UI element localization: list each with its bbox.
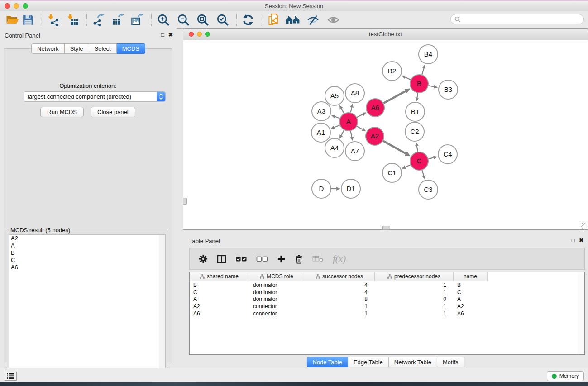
network-view-window: testGlobe.txt AA1A2A3A4A5A6A7A8BB1B2B3B4…: [183, 28, 588, 230]
import-table-button[interactable]: [65, 13, 81, 27]
network-graph[interactable]: AA1A2A3A4A5A6A7A8BB1B2B3B4CC1C2C3C4DD1: [183, 40, 588, 229]
export-network-button[interactable]: [90, 13, 106, 27]
criterion-dropdown[interactable]: largest connected component (directed): [24, 91, 166, 102]
zoom-out-icon: [177, 14, 190, 26]
tab-edge-table[interactable]: Edge Table: [348, 357, 389, 367]
float-table-panel-icon[interactable]: □: [572, 237, 575, 243]
table-row[interactable]: A2connector11A2: [190, 303, 584, 310]
edge-A-A2[interactable]: [357, 126, 362, 129]
edge-C-C2[interactable]: [417, 146, 418, 152]
deselect-all-rows-button[interactable]: [256, 255, 268, 262]
table-row[interactable]: Adominator80A: [190, 296, 584, 303]
first-neighbors-button[interactable]: [285, 13, 301, 27]
close-panel-button[interactable]: Close panel: [91, 107, 135, 117]
edge-B-B1[interactable]: [417, 93, 418, 98]
edge-B-B3[interactable]: [429, 86, 434, 86]
edge-A-A7[interactable]: [350, 131, 352, 137]
export-image-button[interactable]: [129, 13, 145, 27]
mcds-result-item[interactable]: A6: [9, 264, 165, 271]
titlebar: Session: New Session: [0, 1, 588, 12]
column-header-name[interactable]: name: [454, 272, 488, 281]
close-panel-icon[interactable]: ✖: [168, 32, 173, 38]
network-canvas[interactable]: AA1A2A3A4A5A6A7A8BB1B2B3B4CC1C2C3C4DD1: [183, 40, 588, 229]
result-scrollbar[interactable]: [159, 235, 165, 375]
zoom-selected-button[interactable]: [215, 13, 231, 27]
edge-C-C3[interactable]: [422, 170, 424, 176]
table-toolbar: f(x): [189, 248, 585, 270]
mcds-result-item[interactable]: A2: [9, 235, 165, 242]
eye-slash-icon: [307, 14, 319, 26]
hide-selected-button[interactable]: [305, 13, 321, 27]
tab-network[interactable]: Network: [31, 43, 65, 54]
edge-A-A5[interactable]: [341, 109, 344, 113]
edge-A-A1[interactable]: [335, 125, 340, 128]
column-header-predecessor-nodes[interactable]: predecessor nodes: [375, 272, 454, 281]
show-hidden-button[interactable]: [325, 13, 341, 27]
tab-node-table[interactable]: Node Table: [306, 357, 348, 367]
function-builder-button[interactable]: f(x): [333, 253, 346, 265]
node-table[interactable]: shared nameMCDS rolesuccessor nodesprede…: [189, 272, 585, 355]
window-resize-grip[interactable]: [581, 223, 587, 229]
search-input[interactable]: [462, 16, 580, 23]
window-edge-grip[interactable]: [382, 226, 390, 230]
table-cell: 1: [375, 282, 454, 288]
tab-motifs[interactable]: Motifs: [437, 357, 464, 367]
tab-mcds[interactable]: MCDS: [117, 43, 145, 54]
mcds-result-list[interactable]: A2ABCA6: [9, 234, 166, 375]
mcds-result-item[interactable]: C: [9, 257, 165, 264]
mcds-result-item[interactable]: B: [9, 249, 165, 257]
edge-A6-B[interactable]: [383, 91, 406, 103]
close-table-panel-icon[interactable]: ✖: [579, 237, 583, 243]
window-edge-grip[interactable]: [183, 198, 187, 205]
open-session-button[interactable]: [5, 13, 21, 27]
edge-A-A6[interactable]: [357, 114, 363, 117]
import-network-button[interactable]: [45, 13, 62, 27]
edge-C-C4[interactable]: [428, 157, 433, 159]
new-network-from-selection-button[interactable]: [265, 13, 282, 27]
table-columns-button[interactable]: [217, 254, 226, 264]
tab-network-table[interactable]: Network Table: [389, 357, 437, 367]
zoom-fit-button[interactable]: [195, 13, 211, 27]
save-session-button[interactable]: [20, 13, 36, 27]
table-panel: Table Panel □ ✖: [183, 234, 588, 368]
float-panel-icon[interactable]: □: [161, 32, 164, 38]
table-delete-icon: [312, 255, 324, 262]
mcds-result-item[interactable]: A: [9, 242, 165, 249]
edge-A-A3[interactable]: [335, 116, 340, 118]
table-row[interactable]: Cdominator41C: [190, 289, 584, 296]
task-history-button[interactable]: [5, 372, 17, 381]
node-label-B4: B4: [424, 50, 432, 58]
table-cell: 1: [375, 310, 454, 317]
edge-B-B4[interactable]: [422, 68, 424, 75]
zoom-out-button[interactable]: [175, 13, 191, 27]
table-scrollbar[interactable]: [578, 272, 584, 354]
delete-table-button[interactable]: [312, 255, 324, 262]
delete-column-button[interactable]: [295, 254, 303, 264]
table-row[interactable]: Bdominator41B: [190, 281, 584, 289]
status-bar: Memory: [0, 368, 588, 383]
edge-C-C1[interactable]: [405, 165, 410, 167]
columns-icon: [217, 254, 226, 264]
refresh-view-button[interactable]: [240, 13, 256, 27]
edge-A-A4[interactable]: [341, 130, 344, 135]
tab-select[interactable]: Select: [89, 43, 117, 54]
network-window-titlebar[interactable]: testGlobe.txt: [183, 29, 588, 41]
edge-A-A8[interactable]: [351, 107, 352, 112]
edge-B-B2[interactable]: [405, 77, 411, 80]
zoom-in-button[interactable]: [155, 13, 172, 27]
node-label-B1: B1: [411, 108, 419, 115]
search-box[interactable]: [450, 14, 584, 24]
run-mcds-button[interactable]: Run MCDS: [40, 107, 84, 117]
export-table-button[interactable]: [110, 13, 126, 27]
column-header-MCDS-role[interactable]: MCDS role: [249, 272, 304, 281]
tab-style[interactable]: Style: [65, 43, 89, 54]
table-row[interactable]: A6connector11A6: [190, 310, 584, 317]
table-cell: dominator: [249, 296, 304, 302]
column-header-successor-nodes[interactable]: successor nodes: [304, 272, 375, 281]
select-all-rows-button[interactable]: [235, 255, 247, 262]
add-column-button[interactable]: [277, 255, 286, 263]
memory-button[interactable]: Memory: [547, 371, 584, 381]
column-header-shared-name[interactable]: shared name: [190, 272, 249, 281]
edge-A2-C[interactable]: [383, 141, 406, 153]
table-settings-button[interactable]: [199, 254, 208, 263]
